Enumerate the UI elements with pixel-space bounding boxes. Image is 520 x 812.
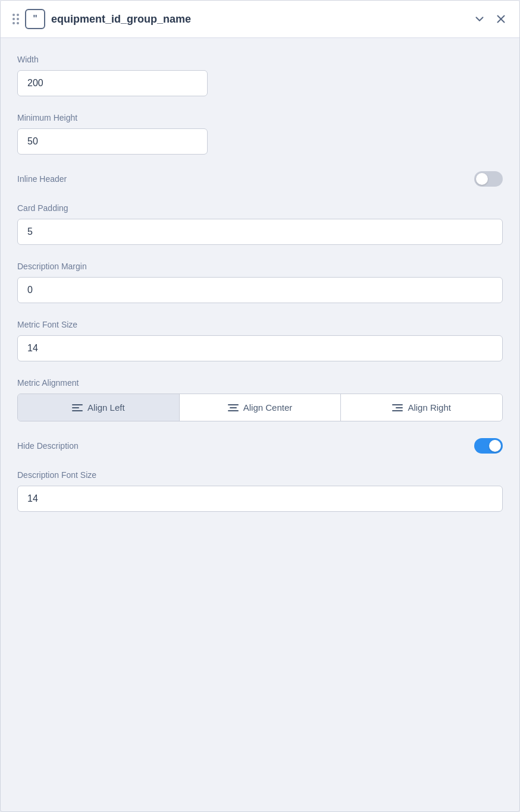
drag-handle[interactable] <box>12 14 19 24</box>
align-center-label: Align Center <box>243 402 293 413</box>
hide-description-slider <box>474 438 503 454</box>
card-padding-label: Card Padding <box>17 203 503 213</box>
chevron-down-button[interactable] <box>473 12 486 26</box>
panel-title: equipment_id_group_name <box>51 13 467 26</box>
panel-content: Width 200 Minimum Height 50 Inline Heade… <box>1 38 519 545</box>
chevron-down-icon <box>473 12 486 26</box>
close-icon <box>494 12 508 26</box>
hide-description-knob <box>489 440 501 452</box>
metric-font-size-label: Metric Font Size <box>17 320 503 329</box>
panel-header: " equipment_id_group_name <box>1 1 519 38</box>
header-actions <box>473 12 508 26</box>
description-margin-field-group: Description Margin 0 <box>17 262 503 303</box>
metric-alignment-field-group: Metric Alignment Align Left <box>17 378 503 421</box>
settings-panel: " equipment_id_group_name Width 200 <box>0 0 520 812</box>
width-input[interactable]: 200 <box>17 70 208 96</box>
align-left-label: Align Left <box>87 402 125 413</box>
hide-description-label: Hide Description <box>17 441 79 451</box>
inline-header-knob <box>476 173 488 185</box>
description-font-size-field-group: Description Font Size 14 <box>17 470 503 512</box>
metric-alignment-label: Metric Alignment <box>17 378 503 388</box>
width-field-group: Width 200 <box>17 55 503 96</box>
align-center-button[interactable]: Align Center <box>180 394 342 421</box>
block-type-icon: " <box>25 9 45 29</box>
align-right-label: Align Right <box>408 402 451 413</box>
inline-header-slider <box>474 171 503 187</box>
hide-description-toggle[interactable] <box>474 438 503 454</box>
align-left-icon <box>72 404 83 411</box>
metric-font-size-input[interactable]: 14 <box>17 335 503 361</box>
inline-header-label: Inline Header <box>17 174 67 184</box>
min-height-input[interactable]: 50 <box>17 128 208 155</box>
description-font-size-label: Description Font Size <box>17 470 503 480</box>
icon-text: " <box>33 14 37 24</box>
close-button[interactable] <box>494 12 508 26</box>
align-right-icon <box>392 404 403 411</box>
metric-font-size-field-group: Metric Font Size 14 <box>17 320 503 361</box>
align-left-button[interactable]: Align Left <box>18 394 180 421</box>
description-margin-input[interactable]: 0 <box>17 277 503 303</box>
alignment-button-group: Align Left Align Center <box>17 394 503 421</box>
card-padding-field-group: Card Padding 5 <box>17 203 503 245</box>
width-label: Width <box>17 55 503 64</box>
inline-header-toggle[interactable] <box>474 171 503 187</box>
align-center-icon <box>228 404 239 411</box>
description-font-size-input[interactable]: 14 <box>17 486 503 512</box>
hide-description-row: Hide Description <box>17 438 503 454</box>
align-right-button[interactable]: Align Right <box>341 394 502 421</box>
min-height-field-group: Minimum Height 50 <box>17 113 503 155</box>
card-padding-input[interactable]: 5 <box>17 219 503 245</box>
description-margin-label: Description Margin <box>17 262 503 271</box>
min-height-label: Minimum Height <box>17 113 503 122</box>
inline-header-row: Inline Header <box>17 171 503 187</box>
